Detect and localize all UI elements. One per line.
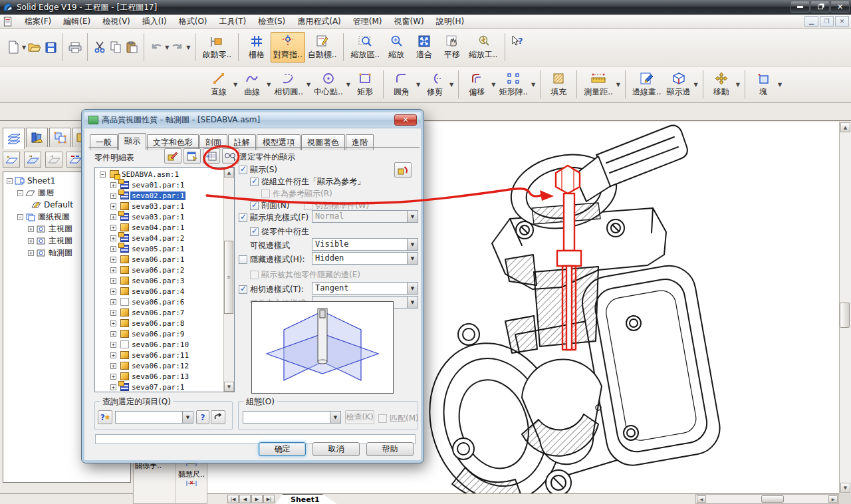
menu-edit[interactable]: 編輯(E)	[57, 15, 96, 29]
first-sheet-button[interactable]: |◀	[227, 495, 239, 503]
chevron-down-icon[interactable]: ▼	[407, 253, 418, 264]
restore-button[interactable]	[810, 1, 830, 13]
edge-paint-button[interactable]: 邊線畫..	[630, 69, 664, 100]
menu-applications[interactable]: 應用程式(A)	[291, 15, 347, 29]
scroll-down-icon[interactable]: ▼	[840, 483, 850, 493]
help-button[interactable]: 帮助	[366, 442, 414, 456]
expand-icon[interactable]: +	[110, 289, 116, 295]
tangent-style-checkbox-row[interactable]: 相切邊樣式(T):	[239, 284, 304, 295]
cut-button[interactable]	[92, 39, 108, 55]
rectangle-button[interactable]: 矩形	[351, 69, 379, 100]
part-row[interactable]: −SEDABVA.asm:1	[95, 169, 223, 180]
next-sheet-button[interactable]: ▶	[251, 495, 263, 503]
tab-view-shading[interactable]: 視圖著色	[301, 134, 345, 150]
chevron-down-icon[interactable]: ▼	[186, 45, 190, 51]
close-button[interactable]: ✕	[830, 1, 850, 13]
print-button[interactable]	[67, 39, 83, 55]
checkbox-checked[interactable]	[250, 227, 259, 236]
query-refresh-button[interactable]	[211, 410, 225, 424]
horizontal-scroll-thumb[interactable]	[761, 495, 784, 503]
part-row[interactable]: +seva01.par:1	[95, 180, 223, 190]
part-row[interactable]: +seva05.par:1	[95, 243, 223, 254]
chevron-down-icon[interactable]: ▼	[233, 82, 237, 88]
menu-view[interactable]: 檢視(V)	[96, 15, 136, 29]
part-row[interactable]: +seva06.par:11	[95, 350, 223, 360]
activate-part-button[interactable]: 啟動零..	[199, 32, 234, 63]
expand-icon[interactable]: +	[110, 257, 116, 263]
collapse-icon[interactable]: −	[17, 214, 23, 220]
expand-icon[interactable]: +	[110, 193, 116, 199]
new-query-button[interactable]: ?✱	[98, 410, 112, 424]
part-row[interactable]: +seva06.par:4	[95, 286, 223, 297]
hidden-style-checkbox-row[interactable]: 隱藏邊樣式(H):	[239, 254, 304, 265]
chevron-down-icon[interactable]: ▼	[694, 82, 698, 88]
last-sheet-button[interactable]: ▶|	[263, 495, 275, 503]
tab-display[interactable]: 顯示	[118, 133, 146, 150]
zoom-tool-button[interactable]: 縮放工..	[466, 32, 501, 63]
part-row[interactable]: +seva06.par:13	[95, 371, 223, 382]
part-row[interactable]: +seva04.par:2	[95, 233, 223, 243]
ok-button[interactable]: 确定	[259, 442, 306, 456]
expand-icon[interactable]: +	[28, 238, 34, 244]
part-row[interactable]: +seva06.par:6	[95, 297, 223, 307]
derive-ref-checkbox-row[interactable]: 從組立件衍生「顯示為參考」	[250, 176, 365, 188]
tab-model-options[interactable]: 模型選項	[257, 134, 301, 150]
menu-manage[interactable]: 管理(M)	[347, 15, 388, 29]
chevron-down-icon[interactable]: ▼	[416, 82, 420, 88]
expand-icon[interactable]: +	[110, 342, 116, 348]
chevron-down-icon[interactable]: ▼	[346, 82, 350, 88]
chevron-down-icon[interactable]: ▼	[616, 82, 620, 88]
checkbox-checked[interactable]	[239, 166, 247, 174]
trim-button[interactable]: 修剪	[421, 69, 449, 100]
part-row[interactable]: +seva06.par:12	[95, 360, 223, 371]
selection-tab[interactable]	[49, 128, 71, 147]
minimize-button[interactable]	[790, 1, 810, 13]
mdi-minimize-button[interactable]: ▁	[804, 16, 818, 27]
edit-definition-button[interactable]	[164, 148, 182, 164]
part-row[interactable]: +seva06.par:10	[95, 339, 223, 350]
layers-tab[interactable]	[3, 128, 25, 149]
checkbox-checked[interactable]	[250, 178, 259, 186]
fillet-button[interactable]: 圓角	[388, 69, 416, 100]
checkbox-unchecked[interactable]	[239, 255, 247, 264]
expand-icon[interactable]: +	[110, 182, 116, 188]
chevron-down-icon[interactable]: ▼	[407, 283, 418, 294]
expand-icon[interactable]: +	[28, 226, 34, 232]
parts-list-scrollbar[interactable]: ▲ ≡ ▼	[223, 168, 234, 392]
expand-icon[interactable]: +	[110, 384, 116, 390]
checkbox-checked[interactable]	[250, 201, 259, 210]
show-edges-button[interactable]: 顯示邊	[664, 69, 693, 100]
chevron-down-icon[interactable]: ▼	[778, 82, 782, 88]
parts-list-view-button[interactable]	[203, 148, 220, 164]
block-button[interactable]: 塊	[749, 69, 777, 100]
chevron-down-icon[interactable]: ▼	[330, 412, 340, 423]
chevron-down-icon[interactable]: ▼	[182, 412, 193, 423]
relation-handle-button[interactable]: 關係手..	[134, 458, 176, 503]
chevron-down-icon[interactable]: ▼	[306, 82, 310, 88]
fill-button[interactable]: 填充	[545, 69, 572, 100]
section-checkbox-row[interactable]: 剖面(N)	[250, 200, 289, 211]
expand-icon[interactable]: +	[28, 250, 34, 256]
open-button[interactable]	[27, 39, 43, 55]
scroll-up-icon[interactable]: ▲	[224, 168, 234, 178]
center-point-circle-button[interactable]: 中心點..	[311, 69, 346, 100]
menu-inspect[interactable]: 檢查(S)	[252, 15, 291, 29]
curve-button[interactable]: 曲線	[238, 69, 266, 100]
chevron-down-icon[interactable]: ▼	[491, 82, 495, 88]
visible-style-dropdown[interactable]: Visible▼	[312, 238, 418, 251]
fill-style-checkbox-row[interactable]: 顯示填充樣式(F)	[239, 212, 308, 223]
collapse-icon[interactable]: −	[7, 178, 13, 184]
scroll-left-icon[interactable]: ◀	[697, 495, 706, 503]
cancel-button[interactable]: 取消	[312, 442, 360, 456]
smart-dimension-button[interactable]: 聽慧尺..	[176, 469, 207, 479]
configuration-dropdown[interactable]: ▼	[243, 411, 341, 424]
pan-button[interactable]: 平移	[438, 32, 466, 63]
part-row[interactable]: +seva06.par:7	[95, 307, 223, 318]
menu-format[interactable]: 格式(O)	[173, 15, 213, 29]
parts-list[interactable]: −SEDABVA.asm:1 +seva01.par:1 +seva02.par…	[94, 167, 235, 392]
copy-button[interactable]	[108, 39, 124, 55]
chevron-down-icon[interactable]: ▼	[449, 82, 453, 88]
dialog-close-button[interactable]: ✕	[394, 114, 417, 126]
expand-icon[interactable]: +	[110, 235, 116, 241]
auto-dimension-button[interactable]: 自動標..	[305, 32, 340, 63]
